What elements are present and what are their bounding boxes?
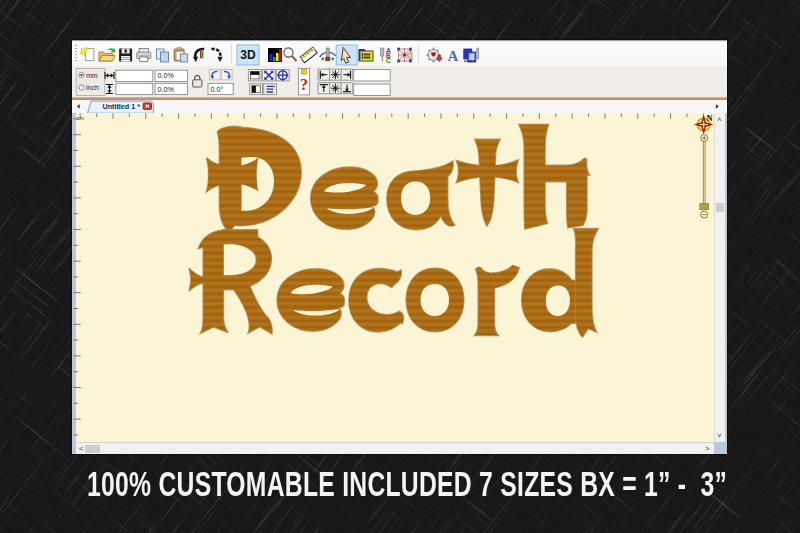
svg-text:3D: 3D (240, 48, 256, 62)
svg-text:C: C (386, 57, 391, 64)
svg-text:inch: inch (86, 84, 99, 91)
svg-text:0.0%: 0.0% (158, 71, 175, 80)
svg-text:0.0%: 0.0% (158, 85, 175, 94)
svg-text:Untitled 1 *: Untitled 1 * (103, 102, 141, 111)
svg-text:?: ? (300, 76, 308, 93)
svg-text:mm: mm (86, 72, 98, 79)
svg-text:0.0°: 0.0° (211, 85, 224, 94)
svg-text:A: A (448, 48, 459, 64)
